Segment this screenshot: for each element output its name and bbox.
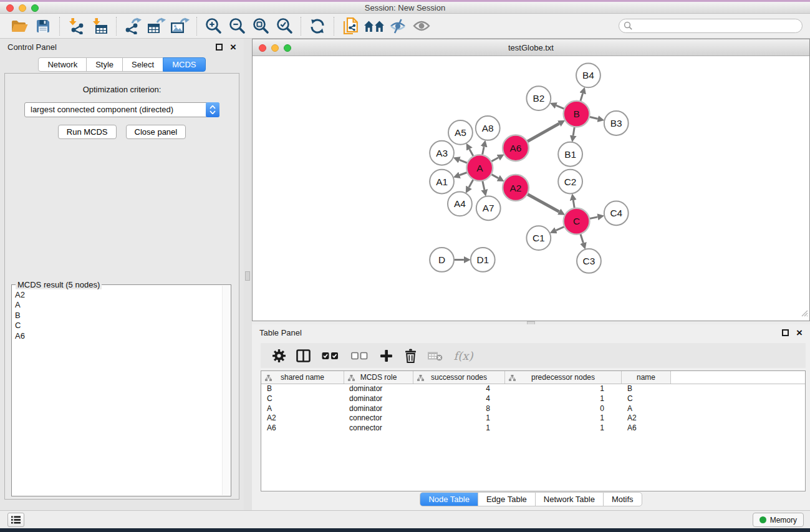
table-cell: A2 [261,414,344,423]
tab-node-table[interactable]: Node Table [420,492,478,506]
show-all-icon[interactable] [410,16,433,37]
maximize-window-icon[interactable] [284,44,291,52]
window-controls[interactable] [6,4,39,12]
zoom-out-icon[interactable] [225,16,249,37]
table-cell: A6 [261,423,344,433]
import-network-icon[interactable] [64,16,88,37]
graph-node-label: C4 [610,208,622,218]
export-table-icon[interactable] [145,16,168,37]
table-row[interactable]: A2connector11A2 [261,414,805,423]
import-table-icon[interactable] [88,16,112,37]
mcds-result-item[interactable]: A2 [15,290,229,300]
network-window-titlebar[interactable]: testGlobe.txt [253,39,809,56]
graph-node-label: A6 [510,143,522,153]
delete-table-icon[interactable] [425,346,444,365]
table-row[interactable]: Cdominator41C [261,394,805,404]
table-cell: 4 [413,384,505,394]
float-panel-icon[interactable] [782,329,789,336]
run-mcds-button[interactable]: Run MCDS [58,125,117,139]
mcds-result-item[interactable]: B [15,311,229,321]
memory-button[interactable]: Memory [753,513,804,527]
tab-style[interactable]: Style [86,57,123,72]
mcds-result-item[interactable]: A6 [15,331,229,341]
mcds-result-item[interactable]: C [15,321,229,331]
table-cell: 1 [505,384,622,394]
close-panel-icon[interactable]: × [796,329,803,336]
resize-grip-icon[interactable] [800,308,808,319]
tab-mcds[interactable]: MCDS [163,57,205,72]
close-panel-button[interactable]: Close panel [126,125,186,139]
search-input[interactable] [619,19,803,33]
control-panel-title: Control Panel [7,42,57,52]
optimization-criterion-select[interactable]: largest connected component (directed) [24,102,219,117]
graph-node-label: A [476,163,483,173]
clone-network-icon[interactable] [339,16,362,37]
scrollbar[interactable] [222,286,231,495]
two-houses-icon[interactable] [362,16,386,37]
zoom-fit-icon[interactable] [249,16,272,37]
optimization-criterion-value: largest connected component (directed) [31,105,173,114]
minimize-window-icon[interactable] [19,4,26,12]
table-panel: Table Panel × f(x) shared nameMCDS [252,324,810,510]
graph-node-label: D [438,254,445,265]
graph-node-label: A8 [482,123,494,133]
add-column-icon[interactable] [377,346,395,365]
graph-node-label: B4 [582,70,594,80]
tab-select[interactable]: Select [122,57,163,72]
column-header-mcds-role[interactable]: MCDS role [344,371,413,384]
column-header-label: name [637,373,655,382]
optimization-criterion-label: Optimization criterion: [5,85,239,94]
graph-node-label: B2 [533,93,544,104]
status-bar: Memory [0,510,810,528]
network-window-title: testGlobe.txt [508,43,554,52]
column-header-name[interactable]: name [622,371,671,384]
close-window-icon[interactable] [259,44,266,52]
table-row[interactable]: A6connector11A6 [261,423,805,433]
tab-motifs[interactable]: Motifs [603,492,642,506]
deselect-all-icon[interactable] [347,346,371,365]
mcds-result-item[interactable]: A [15,300,229,310]
split-panel-icon[interactable] [294,346,312,365]
column-header-shared-name[interactable]: shared name [261,371,344,384]
splitter-handle[interactable] [245,271,250,281]
column-header-predecessor-nodes[interactable]: predecessor nodes [505,371,622,384]
graph-node-label: A5 [455,127,466,138]
save-session-icon[interactable] [31,16,55,37]
tab-network[interactable]: Network [38,57,87,72]
table-row[interactable]: Bdominator41B [261,384,805,394]
close-panel-icon[interactable]: × [230,44,236,51]
hierarchy-icon [348,374,355,383]
maximize-window-icon[interactable] [31,4,39,12]
table-cell: A6 [622,423,671,433]
function-icon[interactable]: f(x) [450,346,477,365]
export-image-icon[interactable] [168,16,192,37]
network-canvas[interactable]: B4B2BB3A8A5A6A3B1AA1C2A2A4A7C4CC1C3DD1 [253,57,809,321]
hide-selected-icon[interactable] [386,16,410,37]
toolbar-separator [59,17,60,36]
tab-network-table[interactable]: Network Table [535,492,604,506]
zoom-selected-icon[interactable] [272,16,296,37]
refresh-icon[interactable] [306,16,329,37]
delete-icon[interactable] [401,346,420,365]
select-all-icon[interactable] [318,346,342,365]
vertical-splitter[interactable] [244,39,252,510]
close-window-icon[interactable] [6,4,14,12]
settings-gear-icon[interactable] [269,346,288,365]
column-header-label: shared name [281,373,324,382]
open-session-icon[interactable] [7,16,31,37]
table-row[interactable]: Adominator80A [261,404,805,414]
table-panel-title: Table Panel [259,328,302,337]
task-history-button[interactable] [7,513,24,527]
node-table: shared nameMCDS rolesuccessor nodesprede… [261,370,806,491]
export-network-icon[interactable] [121,16,145,37]
select-stepper-icon[interactable] [206,102,219,117]
minimize-window-icon[interactable] [271,44,279,52]
float-panel-icon[interactable] [216,44,223,51]
tab-edge-table[interactable]: Edge Table [478,492,536,506]
hierarchy-icon [509,374,516,383]
table-cell: B [622,384,671,394]
zoom-in-icon[interactable] [201,16,225,37]
network-view-window: testGlobe.txt B4B2BB3A8A5A6A3B1AA1C2A2A4… [252,39,810,321]
graph-node-label: C3 [583,256,595,266]
column-header-successor-nodes[interactable]: successor nodes [413,371,505,384]
